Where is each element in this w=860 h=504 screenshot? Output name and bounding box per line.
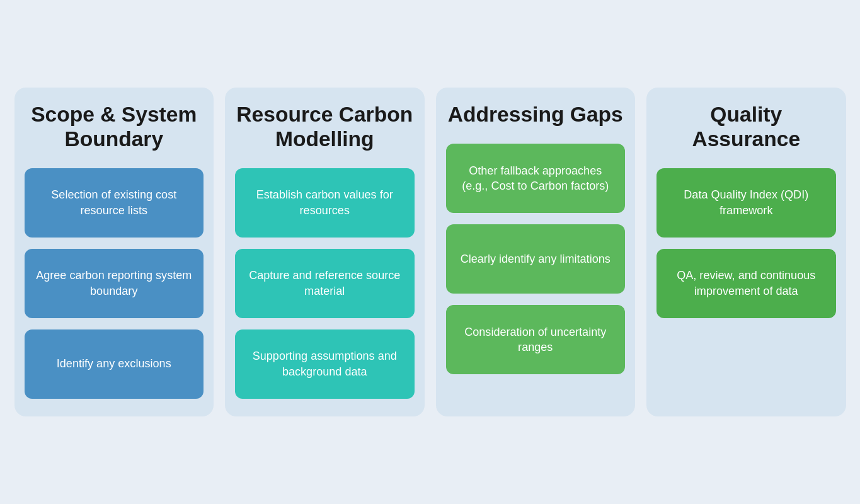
column-title-quality-assurance: Quality Assurance: [656, 103, 836, 151]
card-data-quality-index: Data Quality Index (QDI) framework: [656, 168, 836, 238]
card-establish-carbon-values: Establish carbon values for resources: [235, 168, 415, 238]
card-supporting-assumptions: Supporting assumptions and background da…: [235, 329, 415, 399]
card-agree-carbon-reporting: Agree carbon reporting system boundary: [25, 249, 204, 318]
card-qa-review-continuous: QA, review, and continuous improvement o…: [656, 249, 836, 318]
column-title-scope-system-boundary: Scope & System Boundary: [25, 103, 204, 151]
card-identify-exclusions: Identify any exclusions: [25, 329, 204, 399]
column-addressing-gaps: Addressing GapsOther fallback approaches…: [436, 88, 636, 416]
card-consideration-uncertainty: Consideration of uncertainty ranges: [446, 305, 626, 374]
card-selection-cost-resource: Selection of existing cost resource list…: [25, 168, 204, 238]
card-other-fallback-approaches: Other fallback approaches (e.g., Cost to…: [446, 144, 626, 213]
card-capture-reference-source: Capture and reference source material: [235, 249, 415, 318]
diagram: Scope & System BoundarySelection of exis…: [14, 88, 846, 416]
column-quality-assurance: Quality AssuranceData Quality Index (QDI…: [646, 88, 846, 416]
column-title-addressing-gaps: Addressing Gaps: [448, 103, 623, 127]
column-title-resource-carbon-modelling: Resource Carbon Modelling: [235, 103, 415, 151]
card-clearly-identify-limitations: Clearly identify any limitations: [446, 224, 626, 294]
column-resource-carbon-modelling: Resource Carbon ModellingEstablish carbo…: [225, 88, 425, 416]
column-scope-system-boundary: Scope & System BoundarySelection of exis…: [14, 88, 214, 416]
